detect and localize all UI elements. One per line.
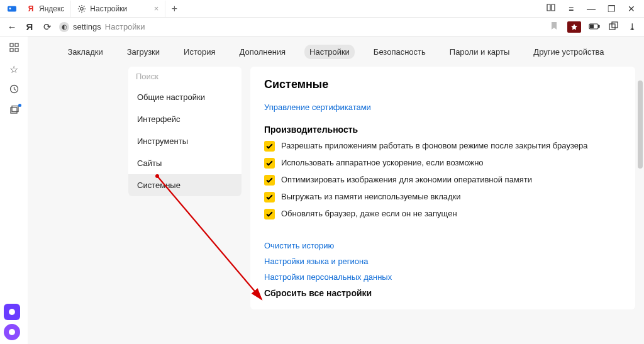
svg-rect-0: [8, 6, 16, 11]
check-label: Обновлять браузер, даже если он не запущ…: [281, 209, 457, 218]
check-label: Оптимизировать изображения для экономии …: [281, 175, 532, 184]
settings-panel: Системные Управление сертификатами Произ…: [250, 67, 635, 309]
left-rail: ☆: [0, 36, 28, 344]
vertical-scrollbar[interactable]: [638, 80, 643, 169]
subnav-security[interactable]: Безопасность: [369, 45, 431, 59]
download-icon[interactable]: ⤓: [626, 21, 638, 33]
yandex-icon: Я: [26, 4, 35, 13]
rail-star-icon[interactable]: ☆: [9, 64, 18, 75]
maximize-icon[interactable]: ❐: [605, 4, 618, 14]
toolbar: ← Я ⟳ ◐ settings Настройки ⤓: [0, 18, 644, 36]
subnav-settings[interactable]: Настройки: [304, 45, 355, 59]
address-domain: settings: [73, 22, 101, 31]
rail-apps-icon[interactable]: [9, 43, 19, 55]
checkbox-icon[interactable]: [264, 141, 275, 152]
reload-button[interactable]: ⟳: [42, 21, 53, 33]
extension-icon[interactable]: [567, 21, 581, 33]
svg-rect-4: [599, 26, 600, 28]
link-reset-settings[interactable]: Сбросить все настройки: [264, 288, 621, 298]
tab-label: Настройки: [90, 4, 127, 13]
subnav-history[interactable]: История: [179, 45, 220, 59]
alice-voice-icon[interactable]: [4, 324, 20, 340]
address-path: Настройки: [105, 22, 145, 31]
settings-subnav: Закладки Загрузки История Дополнения Нас…: [28, 36, 644, 67]
app-icon: [8, 4, 16, 13]
subnav-downloads[interactable]: Загрузки: [122, 45, 165, 59]
sidebar-item-interface[interactable]: Интерфейс: [128, 108, 242, 130]
checkbox-icon[interactable]: [264, 192, 275, 203]
content-area: Закладки Загрузки История Дополнения Нас…: [28, 36, 644, 344]
sidebar-search[interactable]: Поиск: [128, 67, 242, 86]
alice-widget-icon[interactable]: [4, 304, 20, 320]
rail-collections-icon[interactable]: [9, 105, 19, 117]
address-bar[interactable]: ◐ settings Настройки: [59, 22, 145, 32]
check-background-apps[interactable]: Разрешать приложениям работать в фоновом…: [264, 141, 621, 152]
subnav-addons[interactable]: Дополнения: [234, 45, 291, 59]
check-label: Разрешать приложениям работать в фоновом…: [281, 141, 587, 150]
gear-icon: [77, 4, 86, 13]
settings-sidebar: Поиск Общие настройки Интерфейс Инструме…: [128, 67, 242, 196]
tab-label: Яндекс: [39, 4, 64, 13]
minimize-icon[interactable]: —: [585, 4, 597, 14]
home-button[interactable]: Я: [24, 21, 35, 32]
bookmark-icon[interactable]: [548, 21, 560, 32]
svg-rect-1: [9, 8, 11, 9]
battery-icon[interactable]: [589, 21, 600, 32]
link-language-region[interactable]: Настройки языка и региона: [264, 257, 621, 266]
new-tab-button[interactable]: +: [165, 3, 183, 14]
link-personal-data[interactable]: Настройки персональных данных: [264, 272, 621, 282]
tab-yandex[interactable]: Я Яндекс: [20, 1, 71, 17]
check-hw-accel[interactable]: Использовать аппаратное ускорение, если …: [264, 158, 621, 169]
sidebar-item-general[interactable]: Общие настройки: [128, 86, 242, 108]
back-button[interactable]: ←: [6, 21, 18, 32]
subnav-passwords[interactable]: Пароли и карты: [445, 45, 515, 59]
svg-point-15: [9, 309, 15, 315]
subnav-devices[interactable]: Другие устройства: [528, 45, 609, 59]
svg-rect-9: [15, 43, 18, 47]
tab-settings[interactable]: Настройки ×: [71, 1, 165, 17]
site-info-icon[interactable]: ◐: [59, 22, 69, 32]
sidebar-item-tools[interactable]: Инструменты: [128, 130, 242, 152]
section-performance: Производительность: [264, 125, 621, 135]
checkbox-icon[interactable]: [264, 158, 275, 169]
copy-icon[interactable]: [608, 21, 619, 33]
sidebar-item-sites[interactable]: Сайты: [128, 152, 242, 174]
sidebar-item-system[interactable]: Системные: [128, 174, 242, 196]
tab-strip: Я Яндекс Настройки × + ≡ — ❐ ✕: [0, 0, 644, 18]
subnav-bookmarks[interactable]: Закладки: [62, 45, 108, 59]
check-unload-tabs[interactable]: Выгружать из памяти неиспользуемые вклад…: [264, 192, 621, 203]
left-rail-bottom: [4, 304, 20, 340]
checkbox-icon[interactable]: [264, 209, 275, 219]
reader-mode-icon[interactable]: [545, 3, 557, 14]
panel-title: Системные: [264, 78, 621, 91]
svg-rect-11: [15, 48, 18, 52]
svg-rect-8: [10, 43, 13, 47]
check-update-browser[interactable]: Обновлять браузер, даже если он не запущ…: [264, 209, 621, 219]
close-window-icon[interactable]: ✕: [625, 4, 638, 14]
svg-rect-5: [591, 25, 594, 28]
rail-history-icon[interactable]: [9, 84, 19, 96]
close-tab-icon[interactable]: ×: [154, 4, 159, 13]
check-optimize-images[interactable]: Оптимизировать изображения для экономии …: [264, 175, 621, 186]
link-certificates[interactable]: Управление сертификатами: [264, 103, 621, 112]
svg-point-2: [80, 7, 83, 9]
menu-icon[interactable]: ≡: [565, 4, 577, 14]
window-controls: ≡ — ❐ ✕: [545, 3, 644, 14]
checkbox-icon[interactable]: [264, 175, 275, 186]
window-app-icon: [4, 1, 20, 17]
link-clear-history[interactable]: Очистить историю: [264, 241, 621, 250]
check-label: Использовать аппаратное ускорение, если …: [281, 158, 484, 167]
check-label: Выгружать из памяти неиспользуемые вклад…: [281, 192, 461, 201]
svg-rect-10: [10, 48, 13, 52]
